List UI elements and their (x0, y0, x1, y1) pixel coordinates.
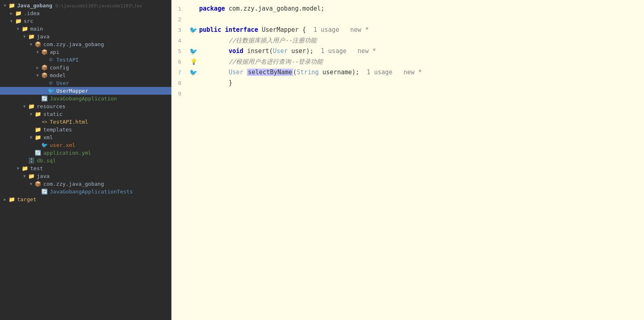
mybatis-icon: 🐦 (47, 88, 55, 94)
tree-item-db-sql[interactable]: 🗄️ db.sql (0, 157, 171, 164)
tree-item-label: model (50, 72, 171, 78)
tree-item-label: UserMapper (56, 88, 171, 94)
tree-item-user-xml[interactable]: 🐦 user.xml (0, 141, 171, 149)
tree-item-label: JavaGobangApplicationTests (50, 189, 171, 195)
folder-icon: 📁 (21, 26, 29, 32)
tree-item-target[interactable]: ▶ 📁 target (0, 196, 171, 203)
line-gutter: 🐦 (188, 47, 199, 55)
folder-icon: 📁 (34, 134, 42, 140)
code-content: 1 package com.zzy.java_gobang.model; 2 3… (171, 0, 644, 320)
tree-item-label: user.xml (50, 142, 171, 148)
line-gutter: 🐦 (188, 69, 199, 76)
arrow-icon: ▼ (15, 166, 21, 171)
tree-item-label: com.zzy.java_gobang (43, 181, 171, 187)
folder-icon: 📁 (34, 127, 42, 133)
tree-item-label: JavaGobangApplication (50, 96, 171, 102)
line-gutter: 💡 (188, 58, 199, 65)
arrow-icon: ▼ (15, 27, 21, 31)
folder-icon: 📁 (28, 103, 35, 109)
line-content: public interface UserMapper { 1 usage ne… (199, 26, 369, 33)
mybatis-gutter-icon: 🐦 (189, 47, 198, 55)
tree-item-UserMapper[interactable]: 🐦 UserMapper (0, 87, 171, 95)
line-number: 4 (175, 38, 188, 44)
folder-icon: 📁 (34, 111, 42, 117)
code-line-4: 4 //往数据库插入用户--注册功能 (171, 35, 644, 46)
tree-item-TestAPI-html[interactable]: <> TestAPI.html (0, 118, 171, 126)
tree-item-java-test[interactable]: ▼ 📁 java (0, 172, 171, 180)
class-icon: © (47, 57, 55, 63)
tree-item-application-yml[interactable]: 🔄 application.yml (0, 149, 171, 157)
tree-item-java[interactable]: ▼ 📁 java (0, 33, 171, 40)
tree-item-label: api (50, 49, 171, 55)
html-icon: <> (41, 119, 48, 124)
line-gutter: 🐦 (188, 26, 199, 34)
class-icon: © (47, 80, 55, 86)
line-number: 8 (175, 80, 188, 86)
tree-item-config[interactable]: ▶ 📦 config (0, 64, 171, 71)
folder-icon: 📁 (28, 173, 35, 179)
tree-item-User[interactable]: © User (0, 79, 171, 87)
tree-item-JavaGobangApplicationTests[interactable]: 🔄 JavaGobangApplicationTests (0, 188, 171, 196)
tree-item-resources[interactable]: ▼ 📁 resources (0, 102, 171, 110)
code-line-2: 2 (171, 14, 644, 24)
line-content: void insert( User user); 1 usage new * (199, 47, 376, 55)
line-content: //往数据库插入用户--注册功能 (199, 37, 317, 44)
line-content: package com.zzy.java_gobang.model; (199, 5, 324, 12)
arrow-icon: ▼ (8, 19, 15, 23)
arrow-icon: ▼ (28, 135, 34, 140)
lightbulb-icon: 💡 (190, 58, 197, 65)
tree-item-label: test (30, 165, 171, 171)
folder-icon: 📁 (15, 10, 22, 16)
code-line-7: 7 🐦 User selectByName ( String username)… (171, 67, 644, 78)
arrow-icon: ▼ (21, 174, 28, 178)
tree-item-label: .idea (24, 10, 171, 16)
line-number: 2 (175, 16, 188, 22)
package-icon: 📦 (34, 181, 42, 187)
code-line-8: 8 } (171, 78, 644, 88)
line-content: } (199, 79, 232, 87)
tree-item-src[interactable]: ▼ 📁 src (0, 17, 171, 25)
line-number: 5 (175, 48, 188, 54)
tree-item-label: db.sql (37, 158, 171, 164)
package-icon: 📦 (41, 72, 48, 78)
tree-item-label: java (37, 173, 171, 179)
tree-item-idea[interactable]: ▶ 📁 .idea (0, 9, 171, 17)
tree-item-api[interactable]: ▼ 📦 api (0, 48, 171, 56)
tree-item-model[interactable]: ▼ 📦 model (0, 71, 171, 79)
tree-item-test[interactable]: ▼ 📁 test (0, 164, 171, 172)
tree-item-label: src (24, 18, 171, 24)
line-number: 7 (175, 69, 188, 76)
spring-icon: 🔄 (41, 96, 48, 102)
code-line-6: 6 💡 //根据用户名进行查询--登录功能 (171, 56, 644, 67)
tree-item-java_gobang_root[interactable]: ▼ 📁 Java_gobang D:\javacode1103\javacode… (0, 2, 171, 9)
tree-item-label: com.zzy.java_gobang (43, 41, 171, 47)
arrow-icon: ▼ (21, 34, 28, 39)
package-icon: 📦 (41, 64, 48, 71)
file-tree[interactable]: ▼ 📁 Java_gobang D:\javacode1103\javacode… (0, 0, 171, 320)
tree-item-xml[interactable]: ▼ 📁 xml (0, 133, 171, 141)
code-editor[interactable]: 1 package com.zzy.java_gobang.model; 2 3… (171, 0, 644, 320)
folder-icon: 📁 (21, 165, 29, 171)
arrow-icon: ▼ (28, 112, 34, 116)
code-line-1: 1 package com.zzy.java_gobang.model; (171, 3, 644, 14)
tree-item-TestAPI[interactable]: © TestAPI (0, 56, 171, 64)
tree-item-label: target (17, 196, 171, 202)
code-line-3: 3 🐦 public interface UserMapper { 1 usag… (171, 24, 644, 35)
line-number: 6 (175, 59, 188, 65)
folder-icon: 📁 (15, 18, 22, 24)
line-content: User selectByName ( String username); 1 … (199, 69, 422, 76)
tree-item-label: User (56, 80, 171, 86)
package-icon: 📦 (41, 49, 48, 55)
arrow-icon: ▶ (34, 65, 41, 70)
tree-item-templates[interactable]: 📁 templates (0, 126, 171, 133)
tree-item-label: static (43, 111, 171, 117)
arrow-icon: ▼ (28, 182, 34, 186)
tree-item-label: application.yml (43, 150, 171, 156)
tree-item-com-zzy-test[interactable]: ▼ 📦 com.zzy.java_gobang (0, 180, 171, 188)
tree-item-com-zzy-java_gobang[interactable]: ▼ 📦 com.zzy.java_gobang (0, 40, 171, 48)
tree-item-JavaGobangApplication[interactable]: 🔄 JavaGobangApplication (0, 95, 171, 102)
tree-item-static[interactable]: ▼ 📁 static (0, 110, 171, 118)
tree-item-main[interactable]: ▼ 📁 main (0, 25, 171, 33)
line-number: 1 (175, 6, 188, 12)
tree-item-label: templates (43, 127, 171, 133)
